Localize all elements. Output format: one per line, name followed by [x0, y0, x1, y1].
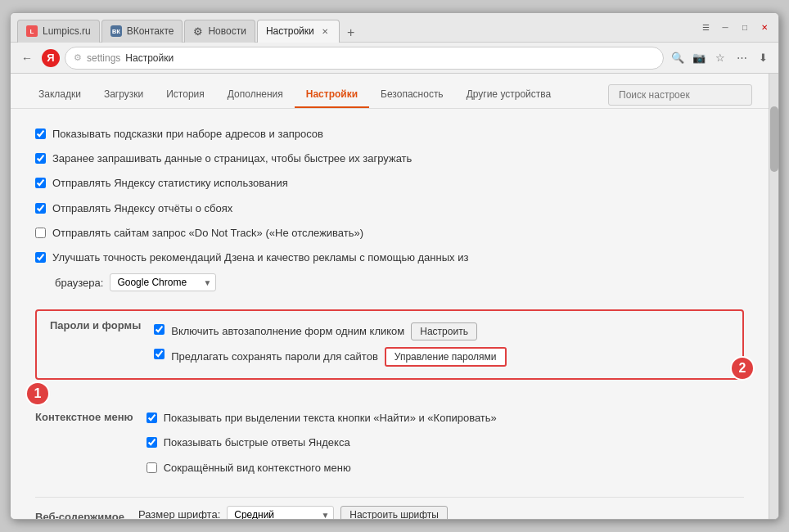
setting-row-2: Заранее запрашивать данные о страницах, … — [35, 147, 744, 171]
tab-favicon-vk: вк — [110, 25, 122, 37]
checkbox-reports[interactable] — [35, 203, 46, 214]
tab-favicon-lumpics: L — [26, 25, 38, 37]
yandex-logo: Я — [42, 49, 60, 67]
passwords-rows: Включить автозаполнение форм одним клико… — [154, 319, 729, 370]
settings-nav-tabs: Закладки Загрузки История Дополнения Нас… — [11, 74, 769, 109]
search-settings-input[interactable] — [608, 84, 752, 106]
tab-label-lumpics: Lumpics.ru — [43, 25, 91, 37]
passwords-row-1: Включить автозаполнение форм одним клико… — [154, 319, 729, 344]
font-size-row: Размер шрифта: Очень маленький Маленький… — [138, 506, 448, 519]
browser-label: браузера: — [55, 277, 103, 289]
menu-icon[interactable]: ☰ — [698, 20, 713, 35]
label-ctx3: Сокращённый вид контекстного меню — [164, 461, 351, 476]
passwords-section: Пароли и формы Включить автозаполнение ф… — [35, 309, 744, 380]
tab-extensions[interactable]: Дополнения — [216, 82, 295, 108]
context-section: Контекстное меню Показывать при выделени… — [35, 398, 744, 489]
tab-label-vk: ВКонтакте — [127, 25, 174, 37]
url-main: Настройки — [125, 52, 174, 64]
label-autofill: Включить автозаполнение форм одним клико… — [171, 324, 404, 339]
tab-close-settings[interactable]: ✕ — [319, 25, 331, 37]
font-size-label: Размер шрифта: — [138, 507, 220, 519]
badge-2: 2 — [730, 356, 755, 381]
context-rows: Показывать при выделении текста кнопки «… — [147, 406, 497, 480]
checkbox-ctx2[interactable] — [147, 437, 157, 448]
setting-row-1: Показывать подсказки при наборе адресов … — [35, 122, 744, 147]
checkbox-autofill[interactable] — [154, 324, 165, 335]
tab-lumpics[interactable]: L Lumpics.ru — [17, 20, 100, 43]
passwords-title: Пароли и формы — [50, 319, 141, 331]
url-search-icon: ⚙ — [74, 52, 82, 63]
label-zen: Улучшать точность рекомендаций Дзена и к… — [52, 250, 468, 265]
new-tab-button[interactable]: + — [341, 23, 361, 43]
checkbox-ctx3[interactable] — [147, 462, 157, 473]
checkbox-stats[interactable] — [35, 178, 46, 188]
font-size-select[interactable]: Очень маленький Маленький Средний Большо… — [227, 506, 334, 519]
settings-body: Показывать подсказки при наборе адресов … — [11, 109, 769, 519]
checkbox-save-passwords[interactable] — [154, 349, 165, 359]
tab-favicon-news: ⚙ — [193, 25, 203, 38]
save-passwords-label-btn: Предлагать сохранять пароли для сайтов У… — [171, 347, 506, 367]
tab-vk[interactable]: вк ВКонтакте — [101, 20, 183, 43]
browser-select-wrapper: Google Chrome Mozilla Firefox Opera Micr… — [110, 273, 216, 291]
maximize-button[interactable]: □ — [737, 20, 752, 35]
camera-icon-btn[interactable]: 📷 — [690, 49, 708, 67]
manage-passwords-button[interactable]: Управление паролями — [385, 347, 507, 367]
tab-other-devices[interactable]: Другие устройства — [455, 82, 563, 108]
download-icon-btn[interactable]: ⬇ — [754, 49, 772, 67]
checkbox-hints[interactable] — [35, 128, 46, 139]
url-bar[interactable]: ⚙ settings Настройки — [65, 47, 664, 70]
checkbox-ctx1[interactable] — [147, 413, 157, 423]
window-controls: ☰ ─ □ ✕ — [698, 20, 772, 35]
minimize-button[interactable]: ─ — [718, 20, 733, 35]
url-prefix: settings — [87, 52, 120, 64]
label-hints: Показывать подсказки при наборе адресов … — [52, 127, 323, 142]
search-icon-btn[interactable]: 🔍 — [669, 49, 687, 67]
scrollbar[interactable] — [769, 74, 778, 519]
badge-1: 1 — [25, 381, 50, 406]
context-row-3: Сокращённый вид контекстного меню — [147, 456, 497, 480]
label-dnt: Отправлять сайтам запрос «Do Not Track» … — [52, 226, 363, 241]
browser-select[interactable]: Google Chrome Mozilla Firefox Opera Micr… — [110, 273, 216, 291]
setting-row-4: Отправлять Яндексу отчёты о сбоях — [35, 196, 744, 221]
more-icon-btn[interactable]: ⋯ — [733, 49, 751, 67]
close-button[interactable]: ✕ — [757, 20, 772, 35]
checkbox-prefetch[interactable] — [35, 153, 46, 164]
font-size-select-wrapper: Очень маленький Маленький Средний Большо… — [227, 506, 334, 519]
browser-section: браузера: Google Chrome Mozilla Firefox … — [55, 273, 744, 291]
back-button[interactable]: ← — [17, 48, 37, 68]
browser-window: L Lumpics.ru вк ВКонтакте ⚙ Новости Наст… — [10, 12, 779, 520]
checkbox-dnt[interactable] — [35, 228, 46, 238]
label-ctx2: Показывать быстрые ответы Яндекса — [164, 435, 350, 450]
label-ctx1: Показывать при выделении текста кнопки «… — [164, 411, 497, 426]
tab-settings-nav[interactable]: Настройки — [295, 82, 369, 108]
content-area: Закладки Загрузки История Дополнения Нас… — [11, 74, 778, 519]
label-reports: Отправлять Яндексу отчёты о сбоях — [52, 201, 232, 216]
scrollbar-thumb[interactable] — [770, 106, 778, 172]
context-row-1: Показывать при выделении текста кнопки «… — [147, 406, 497, 431]
autofill-label-btn: Включить автозаполнение форм одним клико… — [171, 322, 477, 340]
passwords-row-2: Предлагать сохранять пароли для сайтов У… — [154, 344, 729, 370]
setting-row-3: Отправлять Яндексу статистику использова… — [35, 171, 744, 196]
tab-settings[interactable]: Настройки ✕ — [257, 20, 340, 43]
context-row-2: Показывать быстрые ответы Яндекса — [147, 431, 497, 455]
main-content: Закладки Загрузки История Дополнения Нас… — [11, 74, 769, 519]
label-stats: Отправлять Яндексу статистику использова… — [52, 176, 288, 191]
tab-label-news: Новости — [208, 25, 246, 37]
setting-row-5: Отправлять сайтам запрос «Do Not Track» … — [35, 221, 744, 246]
star-icon-btn[interactable]: ☆ — [711, 49, 729, 67]
context-title: Контекстное меню — [35, 406, 133, 423]
setting-row-6: Улучшать точность рекомендаций Дзена и к… — [35, 246, 744, 270]
tab-news[interactable]: ⚙ Новости — [184, 20, 255, 43]
configure-autofill-button[interactable]: Настроить — [411, 322, 477, 340]
tab-bar: L Lumpics.ru вк ВКонтакте ⚙ Новости Наст… — [17, 13, 692, 43]
tab-history[interactable]: История — [155, 82, 216, 108]
tab-bookmarks[interactable]: Закладки — [27, 82, 92, 108]
label-save-passwords: Предлагать сохранять пароли для сайтов — [171, 349, 378, 364]
titlebar: L Lumpics.ru вк ВКонтакте ⚙ Новости Наст… — [11, 13, 778, 43]
tab-security[interactable]: Безопасность — [369, 82, 455, 108]
tab-label-settings: Настройки — [266, 25, 314, 37]
label-prefetch: Заранее запрашивать данные о страницах, … — [52, 151, 412, 166]
customize-fonts-button[interactable]: Настроить шрифты — [340, 506, 448, 519]
tab-downloads[interactable]: Загрузки — [92, 82, 155, 108]
checkbox-zen[interactable] — [35, 252, 46, 263]
